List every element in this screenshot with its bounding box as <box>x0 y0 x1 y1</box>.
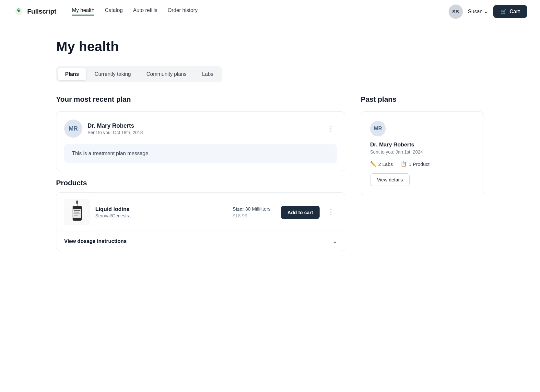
pencil-icon: ✏️ <box>370 161 376 167</box>
dosage-label: View dosage instructions <box>64 238 127 244</box>
most-recent-plan-header: Your most recent plan <box>56 95 345 104</box>
doctor-avatar: MR <box>64 120 82 138</box>
plan-doctor-info: Dr. Mary Roberts Sent to you: Oct 18th, … <box>88 122 143 135</box>
add-to-cart-button[interactable]: Add to cart <box>281 206 320 219</box>
plan-sent-date: Sent to you: Oct 18th, 2018 <box>88 130 143 135</box>
dosage-chevron-icon: ⌄ <box>332 238 337 245</box>
product-card: Liquid Iodine Seroyal/Genestra Size: 30 … <box>56 192 345 251</box>
two-col-layout: Your most recent plan MR Dr. Mary Robert… <box>56 95 484 251</box>
plan-message-box: This is a treatment plan message <box>64 144 337 163</box>
svg-rect-6 <box>74 213 80 214</box>
product-size-text: Size: 30 Milliliters <box>232 206 271 212</box>
cart-icon: 🛒 <box>500 8 507 15</box>
labs-count-label: 2 Labs <box>378 161 393 167</box>
navbar: Fullscript My health Catalog Auto refill… <box>0 0 540 23</box>
tab-plans[interactable]: Plans <box>58 68 86 80</box>
svg-rect-5 <box>74 212 79 213</box>
plan-more-options-button[interactable]: ⋮ <box>325 123 337 134</box>
nav-auto-refills[interactable]: Auto refills <box>133 7 158 16</box>
nav-catalog[interactable]: Catalog <box>105 7 123 16</box>
cart-button[interactable]: 🛒 Cart <box>493 5 527 18</box>
plan-header-left: MR Dr. Mary Roberts Sent to you: Oct 18t… <box>64 120 143 138</box>
nav-right: SB Susan ⌄ 🛒 Cart <box>449 5 527 19</box>
past-plan-doctor-name: Dr. Mary Roberts <box>370 142 475 148</box>
nav-my-health[interactable]: My health <box>72 7 94 16</box>
product-more-options-button[interactable]: ⋮ <box>325 207 337 218</box>
tabs-bar: Plans Currently taking Community plans L… <box>56 66 222 82</box>
product-size-price: Size: 30 Milliliters $18.99 <box>232 206 271 218</box>
product-image-box <box>64 199 90 225</box>
products-section-header: Products <box>56 179 345 187</box>
past-plan-meta: ✏️ 2 Labs 📋 1 Product <box>370 161 475 167</box>
fullscript-logo-icon <box>13 6 25 17</box>
svg-rect-4 <box>74 210 80 211</box>
main-content: My health Plans Currently taking Communi… <box>43 23 497 264</box>
logo-text: Fullscript <box>27 8 56 15</box>
plan-message-text: This is a treatment plan message <box>72 151 148 156</box>
product-info: Liquid Iodine Seroyal/Genestra <box>95 206 227 218</box>
most-recent-plan-card: MR Dr. Mary Roberts Sent to you: Oct 18t… <box>56 111 345 171</box>
tab-labs[interactable]: Labs <box>195 68 220 80</box>
svg-rect-1 <box>77 204 77 206</box>
view-details-button[interactable]: View details <box>370 173 410 186</box>
cart-label: Cart <box>510 9 520 15</box>
product-count-item: 📋 1 Product <box>401 161 429 167</box>
nav-order-history[interactable]: Order history <box>168 7 197 16</box>
product-image-icon <box>69 201 85 224</box>
product-row: Liquid Iodine Seroyal/Genestra Size: 30 … <box>56 193 345 232</box>
user-menu-button[interactable]: Susan ⌄ <box>468 8 488 15</box>
past-plans-header: Past plans <box>361 95 484 104</box>
logo-link[interactable]: Fullscript <box>13 6 56 17</box>
tab-community-plans[interactable]: Community plans <box>139 68 194 80</box>
user-avatar: SB <box>449 5 463 19</box>
dosage-instructions-accordion[interactable]: View dosage instructions ⌄ <box>56 232 345 251</box>
svg-rect-7 <box>74 215 78 216</box>
product-price: $18.99 <box>232 213 271 218</box>
past-plan-doctor-avatar: MR <box>370 121 386 136</box>
labs-count-item: ✏️ 2 Labs <box>370 161 393 167</box>
nav-links: My health Catalog Auto refills Order his… <box>72 7 449 16</box>
main-column: Your most recent plan MR Dr. Mary Robert… <box>56 95 345 251</box>
user-name-label: Susan <box>468 9 483 15</box>
side-column: Past plans MR Dr. Mary Roberts Sent to y… <box>361 95 484 195</box>
clipboard-icon: 📋 <box>401 161 407 167</box>
past-plan-card: MR Dr. Mary Roberts Sent to you: Jan 1st… <box>361 111 484 195</box>
user-menu-chevron-icon: ⌄ <box>484 8 488 15</box>
product-brand: Seroyal/Genestra <box>95 213 227 218</box>
product-count-label: 1 Product <box>409 161 429 167</box>
plan-card-header: MR Dr. Mary Roberts Sent to you: Oct 18t… <box>64 120 337 138</box>
product-name: Liquid Iodine <box>95 206 227 213</box>
svg-rect-0 <box>76 201 78 204</box>
doctor-name: Dr. Mary Roberts <box>88 122 143 129</box>
past-plan-sent-date: Sent to you: Jan 1st, 2024 <box>370 149 475 155</box>
page-title: My health <box>56 39 484 54</box>
tab-currently-taking[interactable]: Currently taking <box>88 68 138 80</box>
